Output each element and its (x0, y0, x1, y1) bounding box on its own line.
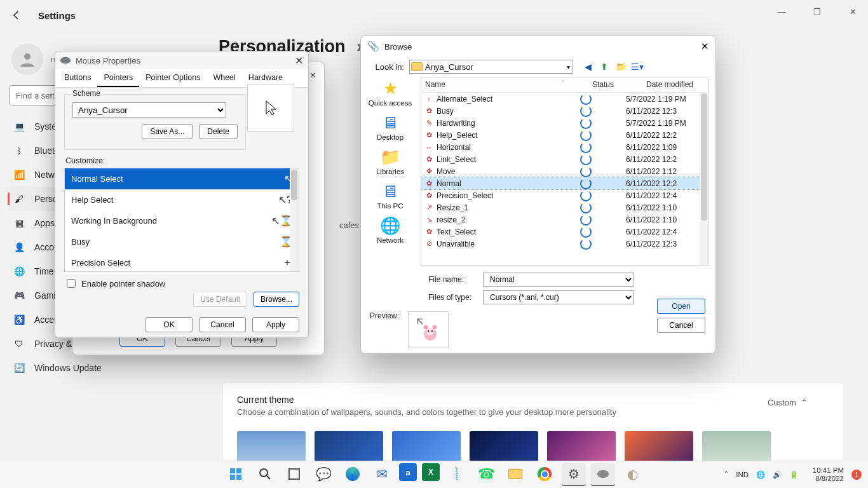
battery-icon[interactable]: 🔋 (789, 470, 798, 479)
app-icon[interactable]: a (399, 463, 417, 481)
col-name[interactable]: Name ˄ (421, 78, 588, 92)
chat-icon[interactable]: 💬 (311, 463, 336, 485)
search-icon[interactable] (253, 463, 277, 485)
network-icon[interactable]: 🌐 (756, 470, 765, 479)
tab-pointers[interactable]: Pointers (97, 69, 139, 87)
scrollbar[interactable] (700, 92, 709, 265)
place-libraries[interactable]: 📁Libraries (363, 147, 417, 175)
start-button[interactable] (224, 463, 248, 485)
file-item[interactable]: ✿Help_Select6/11/2022 12:2 (421, 129, 709, 141)
sync-icon (580, 190, 626, 201)
nav-icon: 📶 (13, 168, 25, 181)
file-item[interactable]: ✿Link_Select6/11/2022 12:2 (421, 153, 709, 165)
cursor-item[interactable]: Working In Background↖⌛ (65, 210, 299, 231)
enable-shadow-checkbox[interactable] (67, 279, 76, 288)
file-item[interactable]: ↘resize_26/11/2022 1:10 (421, 214, 709, 226)
tray-chevron-icon[interactable]: ˄ (724, 470, 728, 479)
cursor-item[interactable]: Help Select↖? (65, 189, 299, 210)
file-item[interactable]: ✿Text_Select6/11/2022 12:4 (421, 226, 709, 238)
col-status[interactable]: Status (588, 78, 642, 92)
close-settings-button[interactable]: ✕ (841, 3, 864, 20)
lookin-select[interactable]: Anya_Cursor ▾ (409, 60, 573, 74)
browse-button[interactable]: Browse... (254, 292, 299, 307)
mouse-taskbar-icon[interactable] (591, 463, 615, 486)
nav-back-icon[interactable]: ◀ (582, 61, 593, 72)
close-icon[interactable]: ✕ (295, 55, 303, 67)
avatar[interactable] (11, 43, 43, 75)
place-network[interactable]: 🌐Network (363, 216, 417, 244)
theme-card-subtitle: Choose a combination of wallpapers, soun… (237, 407, 829, 417)
file-item[interactable]: ✿Normal6/11/2022 12:2 (421, 177, 709, 189)
view-menu-icon[interactable]: ☰▾ (632, 61, 643, 72)
cursor-item[interactable]: Busy⌛ (65, 231, 299, 252)
file-item[interactable]: ✎Hardwriting5/7/2022 1:19 PM (421, 117, 709, 129)
use-default-button[interactable]: Use Default (193, 292, 247, 307)
place-desktop[interactable]: 🖥Desktop (363, 113, 417, 141)
nav-icon: 🎮 (13, 289, 25, 302)
language-indicator[interactable]: IND (736, 471, 749, 478)
chrome-icon[interactable] (532, 463, 557, 485)
notification-badge[interactable]: 1 (851, 470, 862, 480)
settings-taskbar-icon[interactable]: ⚙ (562, 463, 586, 486)
cursor-item[interactable]: Normal Select↖ (65, 168, 299, 189)
cancel-button[interactable]: Cancel (199, 317, 246, 332)
maximize-button[interactable]: ❐ (806, 3, 829, 20)
mail-icon[interactable]: ✉ (370, 463, 394, 485)
place-quick-access[interactable]: ★Quick access (363, 79, 417, 107)
up-icon[interactable]: ⬆ (599, 61, 610, 72)
file-item[interactable]: ✿Precision_Select6/11/2022 12:4 (421, 189, 709, 201)
nav-icon: 🖌 (13, 193, 25, 205)
close-icon[interactable]: ✕ (701, 41, 709, 52)
delete-button[interactable]: Delete (199, 124, 238, 139)
app-icon[interactable]: ◐ (620, 463, 644, 485)
volume-icon[interactable]: 🔊 (773, 470, 782, 479)
file-item[interactable]: ↔Horizontal6/11/2022 1:09 (421, 141, 709, 153)
file-icon: ✿ (424, 131, 434, 140)
nav-icon: 🔄 (13, 362, 25, 374)
file-icon: ↑ (424, 95, 434, 104)
tab-pointer-options[interactable]: Pointer Options (139, 69, 207, 87)
col-date[interactable]: Date modified (642, 78, 709, 92)
filetype-label: Files of type: (428, 293, 477, 302)
save-as-button[interactable]: Save As... (142, 124, 193, 139)
nav-icon: ᛒ (13, 144, 25, 157)
file-item[interactable]: ✿Busy6/11/2022 12:3 (421, 105, 709, 117)
nav-icon: 🛡 (13, 337, 25, 350)
open-button[interactable]: Open (657, 299, 705, 314)
place-this-pc[interactable]: 🖥This PC (363, 182, 417, 210)
scheme-select[interactable]: Anya_Cursor (72, 102, 226, 118)
back-button[interactable] (8, 6, 25, 24)
task-view-icon[interactable] (282, 463, 306, 485)
cancel-button[interactable]: Cancel (657, 318, 705, 333)
minimize-button[interactable]: — (770, 3, 793, 20)
filetype-select[interactable]: Cursors (*.ani, *.cur) (483, 290, 634, 304)
file-item[interactable]: ⊘Unavralible6/11/2022 12:3 (421, 238, 709, 250)
nav-item-windows-update[interactable]: 🔄Windows Update (9, 356, 200, 380)
clock[interactable]: 10:41 PM8/8/2022 (806, 466, 844, 483)
ok-button[interactable]: OK (146, 317, 193, 332)
edge-icon[interactable] (341, 463, 365, 485)
excel-icon[interactable]: X (422, 463, 440, 481)
browse-titlebar[interactable]: 📎 Browse ✕ (361, 36, 715, 57)
svg-point-11 (260, 469, 268, 477)
scrollbar[interactable] (290, 168, 299, 271)
sync-icon (580, 105, 626, 117)
file-item[interactable]: ↑Alternate_Select5/7/2022 1:19 PM (421, 93, 709, 105)
file-item[interactable]: ✥Move6/11/2022 1:12 (421, 165, 709, 177)
vscode-icon[interactable]: ⦚ (445, 463, 469, 485)
tab-wheel[interactable]: Wheel (207, 69, 241, 87)
whatsapp-icon[interactable]: ☎ (474, 463, 498, 485)
file-item[interactable]: ↗Resize_16/11/2022 1:10 (421, 201, 709, 214)
cursor-list[interactable]: Normal Select↖Help Select↖?Working In Ba… (64, 168, 299, 272)
filename-input[interactable]: Normal (483, 273, 634, 287)
file-explorer-icon[interactable] (503, 463, 527, 485)
svg-point-4 (431, 330, 433, 332)
apply-button[interactable]: Apply (252, 317, 299, 332)
sync-icon (580, 214, 626, 226)
file-list-header[interactable]: Name ˄ Status Date modified (421, 78, 709, 93)
cursor-item[interactable]: Precision Select＋ (65, 252, 299, 272)
mouse-titlebar[interactable]: Mouse Properties ✕ (55, 51, 308, 69)
new-folder-icon[interactable]: 📁 (615, 61, 627, 72)
preview-box (408, 311, 449, 348)
tab-buttons[interactable]: Buttons (58, 69, 97, 87)
